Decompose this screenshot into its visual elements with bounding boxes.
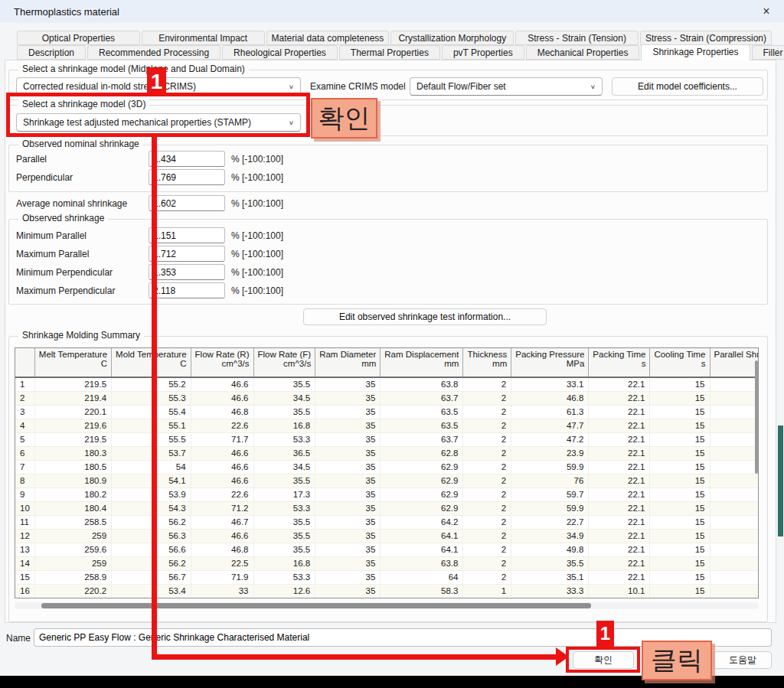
table-cell: 15 xyxy=(650,529,710,543)
tab-material-data-completeness[interactable]: Material data completeness xyxy=(266,31,390,45)
table-cell: 259 xyxy=(34,556,111,570)
table-cell: 63.7 xyxy=(381,432,463,446)
table-cell: 35.5 xyxy=(253,529,315,543)
max-parallel-input[interactable] xyxy=(149,246,225,262)
table-horizontal-scrollbar[interactable] xyxy=(15,602,759,609)
max-perpendicular-input[interactable] xyxy=(149,282,225,298)
table-cell: 33.3 xyxy=(511,584,589,598)
summary-table: Melt TemperatureCMold TemperatureCFlow R… xyxy=(15,348,759,598)
table-cell: 219.5 xyxy=(34,432,111,446)
midplane-model-legend: Select a shrinkage model (Midplane and D… xyxy=(18,64,249,74)
table-cell: 2 xyxy=(463,501,511,515)
table-cell: 46.6 xyxy=(191,391,253,405)
tab-optical-properties[interactable]: Optical Properties xyxy=(17,31,140,45)
table-cell: 35 xyxy=(315,391,381,405)
tab-rheological-properties[interactable]: Rheological Properties xyxy=(222,45,338,60)
table-cell: 12 xyxy=(15,529,34,543)
tab-shrinkage-properties[interactable]: Shrinkage Properties xyxy=(641,44,750,60)
perpendicular-suffix: % [-100:100] xyxy=(231,172,283,183)
table-cell: 2 xyxy=(463,529,511,543)
confirm-callout: 확인 xyxy=(311,98,377,139)
tab-filler-fiber[interactable]: Filler / Fiber xyxy=(752,45,784,60)
table-cell: 35 xyxy=(315,377,381,391)
table-cell: 17.3 xyxy=(253,487,315,501)
table-cell: 2 xyxy=(15,391,34,405)
table-row: 3220.155.446.835.53563.5261.322.115 xyxy=(15,405,759,419)
table-cell: 5 xyxy=(15,432,34,446)
table-cell: 59.7 xyxy=(511,487,589,501)
table-cell: 22.1 xyxy=(589,446,650,460)
tab-mechanical-properties[interactable]: Mechanical Properties xyxy=(526,45,640,60)
table-cell: 63.7 xyxy=(381,391,463,405)
tab-description[interactable]: Description xyxy=(17,45,86,60)
table-cell: 9 xyxy=(15,487,34,501)
column-header: Packing Times xyxy=(589,348,650,377)
shrinkage-properties-panel: Select a shrinkage model (Midplane and D… xyxy=(5,60,776,623)
table-row: 7180.55446.634.53562.9259.922.115 xyxy=(15,460,759,474)
table-horizontal-scrollbar-thumb[interactable] xyxy=(41,603,591,608)
perpendicular-input[interactable] xyxy=(149,169,225,185)
table-cell: 62.9 xyxy=(381,474,463,487)
close-icon[interactable]: × xyxy=(758,3,775,20)
annotation-arrow-line xyxy=(152,654,557,660)
table-cell: 180.9 xyxy=(34,474,111,487)
tab-thermal-properties[interactable]: Thermal Properties xyxy=(339,45,440,60)
table-cell: 220.2 xyxy=(34,584,111,598)
table-cell: 35.5 xyxy=(253,474,315,487)
table-row: 6180.353.746.636.53562.8223.922.115 xyxy=(15,446,759,460)
annotation-vertical-line xyxy=(152,135,157,660)
table-cell: 71.9 xyxy=(191,570,253,584)
table-cell xyxy=(710,556,759,570)
table-cell: 63.5 xyxy=(381,419,463,432)
table-cell: 33 xyxy=(191,584,253,598)
min-perpendicular-input[interactable] xyxy=(149,264,225,280)
tab-crystallization-morphology[interactable]: Crystallization Morphology xyxy=(390,31,514,45)
edit-model-coefficients-button[interactable]: Edit model coefficients... xyxy=(612,77,763,96)
table-cell: 22.1 xyxy=(589,460,650,474)
table-cell: 12.6 xyxy=(253,584,315,598)
max-perpendicular-suffix: % [-100:100] xyxy=(231,285,283,296)
table-cell xyxy=(710,405,759,419)
tab-environmental-impact[interactable]: Environmental Impact xyxy=(142,31,265,45)
table-row: 8180.954.146.635.53562.927622.115 xyxy=(15,474,759,487)
table-cell: 35.5 xyxy=(253,377,315,391)
examine-crims-select[interactable]: Default Flow/Fiber set ∨ xyxy=(410,77,603,96)
tab-recommended-processing[interactable]: Recommended Processing xyxy=(87,45,220,60)
parallel-input[interactable] xyxy=(149,151,225,167)
table-cell xyxy=(710,432,759,446)
column-header: Cooling Times xyxy=(650,348,710,377)
column-header xyxy=(15,348,34,377)
help-button[interactable]: 도움말 xyxy=(714,651,772,669)
table-cell: 46.8 xyxy=(511,391,589,405)
table-cell xyxy=(710,501,759,515)
table-cell: 46.6 xyxy=(191,377,253,391)
table-cell xyxy=(710,515,759,529)
table-cell: 219.5 xyxy=(34,377,111,391)
tab-stress-strain-compression[interactable]: Stress - Strain (Compression) xyxy=(640,31,772,45)
table-cell: 2 xyxy=(463,419,511,432)
table-cell: 62.9 xyxy=(381,501,463,515)
max-perpendicular-label: Maximum Perpendicular xyxy=(16,285,115,296)
table-cell: 15 xyxy=(650,556,710,570)
table-cell: 2 xyxy=(463,377,511,391)
table-vertical-scrollbar[interactable] xyxy=(755,360,758,474)
column-header: Ram Displacementmm xyxy=(381,348,463,377)
nominal-shrinkage-legend: Observed nominal shrinkage xyxy=(18,139,143,149)
table-cell: 49.8 xyxy=(511,543,589,556)
table-row: 2219.455.346.634.53563.7246.822.115 xyxy=(15,391,759,405)
table-cell: 53.3 xyxy=(253,432,315,446)
tab-stress-strain-tension[interactable]: Stress - Strain (Tension) xyxy=(515,31,639,45)
table-cell: 2 xyxy=(463,556,511,570)
tab-strip-row2: Description Recommended Processing Rheol… xyxy=(17,45,784,60)
table-cell: 15 xyxy=(650,432,710,446)
tab-pvt-properties[interactable]: pvT Properties xyxy=(442,45,524,60)
edit-observed-shrinkage-button[interactable]: Edit observed shrinkage test information… xyxy=(303,308,547,325)
average-nominal-input[interactable] xyxy=(149,195,225,211)
table-cell: 2 xyxy=(463,460,511,474)
table-cell: 34.5 xyxy=(253,391,315,405)
min-parallel-input[interactable] xyxy=(149,227,225,243)
table-row: 10180.454.371.253.33562.9259.922.115 xyxy=(15,501,759,515)
table-cell: 2 xyxy=(463,391,511,405)
table-cell: 34.9 xyxy=(511,529,589,543)
table-cell: 35 xyxy=(315,405,381,419)
